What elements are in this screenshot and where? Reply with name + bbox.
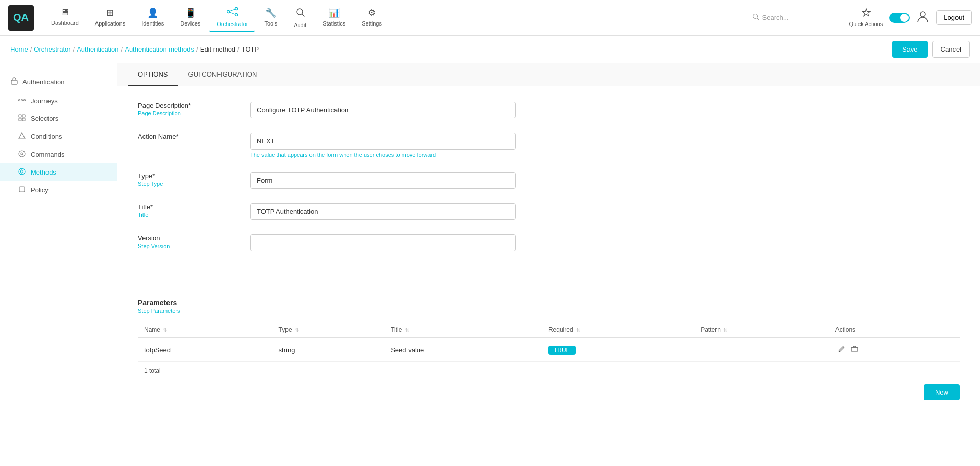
tab-options[interactable]: OPTIONS [128,63,178,86]
edit-row-button[interactable] [835,343,847,356]
breadcrumb-sep-1: / [30,45,32,53]
breadcrumb-home[interactable]: Home [10,45,28,53]
col-name: Name ⇅ [138,322,273,338]
logout-button[interactable]: Logout [936,10,972,25]
sidebar-item-conditions[interactable]: Conditions [0,128,117,145]
sidebar: Authentication Journeys Selectors Condit… [0,63,117,466]
svg-point-19 [19,151,25,157]
nav-item-statistics[interactable]: 📊 Statistics [316,3,352,32]
type-input[interactable] [250,172,516,189]
svg-line-8 [757,18,759,20]
col-pattern: Pattern ⇅ [695,322,829,338]
journeys-icon [18,96,26,105]
main-layout: Authentication Journeys Selectors Condit… [0,63,980,466]
version-input[interactable] [250,234,516,251]
breadcrumb-authentication[interactable]: Authentication [77,45,118,53]
sort-required-icon[interactable]: ⇅ [576,327,580,333]
toggle-switch[interactable] [889,13,910,23]
svg-rect-17 [22,118,25,121]
save-button[interactable]: Save [892,41,928,58]
breadcrumb-sep-2: / [73,45,75,53]
table-total: 1 total [144,367,953,374]
form-row-action-name: Action Name* The value that appears on t… [138,133,960,158]
row-required: TRUE [542,338,695,362]
action-name-label: Action Name* [138,133,240,140]
form-section: Page Description* Page Description Actio… [117,86,980,281]
svg-point-2 [235,14,237,16]
nav-item-applications[interactable]: ⊞ Applications [88,3,132,32]
nav-item-audit[interactable]: Audit [286,3,314,32]
svg-rect-15 [22,115,25,117]
search-icon [752,13,759,22]
commands-icon [18,150,26,159]
nav-item-tools[interactable]: 🔧 Tools [257,3,284,32]
search-input[interactable] [762,14,839,21]
title-label: Title* [138,203,240,211]
app-logo: QA [8,5,34,31]
svg-rect-14 [19,115,21,117]
parameters-table-header: Name ⇅ Type ⇅ Title ⇅ [138,322,960,338]
sort-name-icon[interactable]: ⇅ [163,327,167,333]
version-sublabel: Step Version [138,243,240,249]
settings-icon: ⚙ [368,7,376,18]
content-area: OPTIONS GUI CONFIGURATION Page Descripti… [117,63,980,466]
breadcrumb-authentication-methods[interactable]: Authentication methods [125,45,194,53]
top-navigation: QA 🖥 Dashboard ⊞ Applications 👤 Identiti… [0,0,980,36]
page-description-label: Page Description* [138,102,240,109]
audit-icon [295,7,305,20]
user-avatar-icon [916,9,930,27]
row-type: string [273,338,385,362]
breadcrumb-orchestrator[interactable]: Orchestrator [34,45,70,53]
orchestrator-icon [227,7,238,19]
sort-pattern-icon[interactable]: ⇅ [723,327,727,333]
quick-actions-icon [862,8,871,19]
form-row-version: Version Step Version [138,234,960,251]
breadcrumb-sep-5: / [237,45,240,53]
type-sublabel: Step Type [138,181,240,187]
svg-point-20 [21,153,23,155]
search-box[interactable] [748,11,843,24]
row-name: totpSeed [138,338,273,362]
svg-line-6 [302,14,304,17]
parameters-section: Parameters Step Parameters Name ⇅ Type ⇅ [117,293,980,400]
title-input[interactable] [250,203,516,220]
new-parameter-button[interactable]: New [924,384,960,400]
page-description-input[interactable] [250,102,516,118]
breadcrumb-sep-3: / [121,45,123,53]
svg-point-12 [21,100,23,101]
svg-rect-10 [11,80,17,84]
sidebar-item-selectors[interactable]: Selectors [0,110,117,128]
sidebar-item-commands[interactable]: Commands [0,145,117,163]
form-row-type: Type* Step Type [138,172,960,189]
statistics-icon: 📊 [328,7,340,18]
sort-title-icon[interactable]: ⇅ [405,327,409,333]
authentication-section-icon [10,77,18,87]
nav-item-devices[interactable]: 📱 Devices [173,3,207,32]
cancel-button[interactable]: Cancel [932,41,970,58]
col-actions: Actions [829,322,960,338]
sidebar-item-policy[interactable]: Policy [0,181,117,199]
nav-item-dashboard[interactable]: 🖥 Dashboard [44,3,86,32]
svg-rect-26 [852,347,857,352]
applications-icon: ⊞ [106,7,114,18]
nav-item-settings[interactable]: ⚙ Settings [354,3,389,32]
row-pattern [695,338,829,362]
identities-icon: 👤 [147,7,158,18]
nav-item-identities[interactable]: 👤 Identities [134,3,171,32]
form-row-title: Title* Title [138,203,960,220]
action-name-input[interactable] [250,133,516,150]
methods-icon [18,168,26,177]
nav-item-orchestrator[interactable]: Orchestrator [209,3,255,32]
type-label: Type* [138,172,240,180]
sort-type-icon[interactable]: ⇅ [295,327,299,333]
svg-point-13 [24,100,26,101]
title-sublabel: Title [138,212,240,218]
delete-row-button[interactable] [849,343,861,356]
version-label: Version [138,234,240,242]
form-divider [128,281,970,281]
col-type: Type ⇅ [273,322,385,338]
sidebar-item-methods[interactable]: Methods [0,163,117,181]
tab-gui-configuration[interactable]: GUI CONFIGURATION [178,63,268,86]
sidebar-item-journeys[interactable]: Journeys [0,92,117,110]
nav-items: 🖥 Dashboard ⊞ Applications 👤 Identities … [44,3,748,32]
